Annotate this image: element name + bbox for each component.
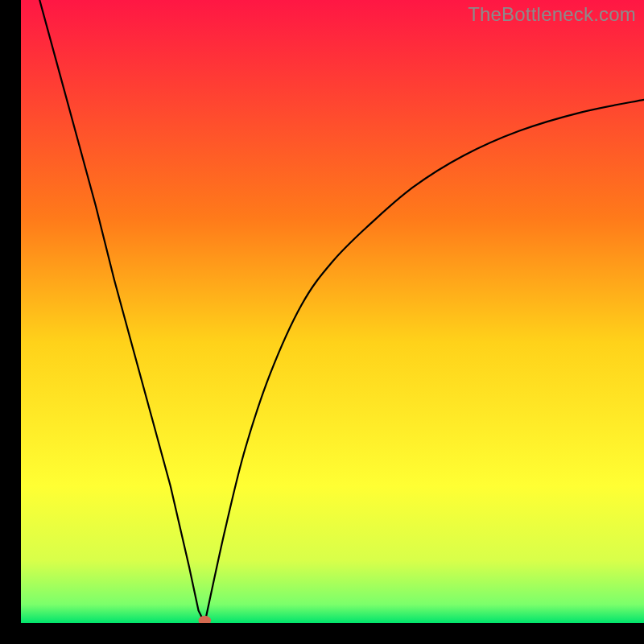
gradient-background	[21, 0, 644, 623]
chart-frame	[21, 0, 644, 623]
bottleneck-chart	[21, 0, 644, 623]
